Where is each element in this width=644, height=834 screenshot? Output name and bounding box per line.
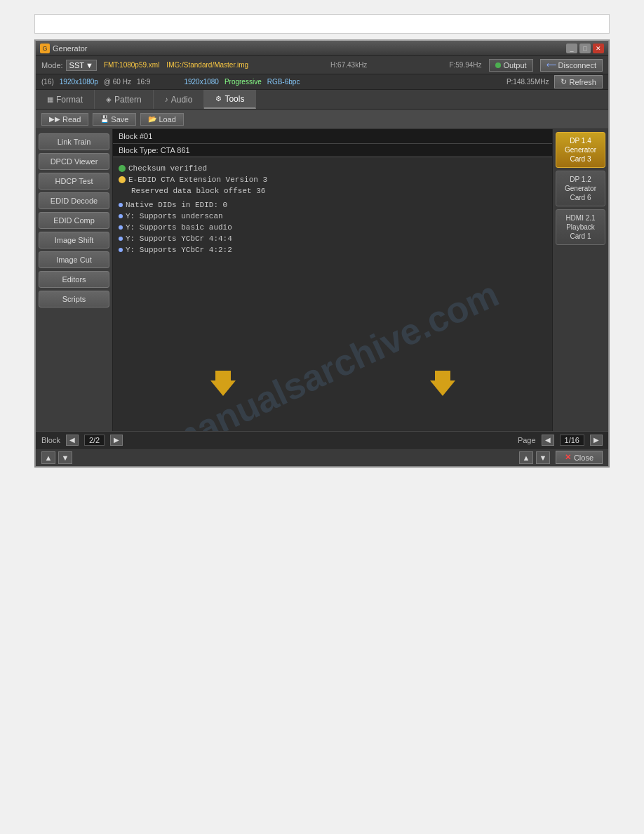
fmt-file: FMT:1080p59.xml bbox=[104, 61, 159, 69]
window-title: Generator bbox=[53, 44, 88, 53]
info-bar-1: Mode: SST ▼ FMT:1080p59.xml IMG:/Standar… bbox=[36, 56, 608, 74]
line-text-1: E-EDID CTA Extension Version 3 bbox=[128, 174, 267, 185]
page-label: Page bbox=[518, 436, 536, 444]
content-line-0: Checksum verified bbox=[119, 163, 546, 174]
res2-info: 1920x1080 bbox=[184, 78, 219, 86]
tab-audio[interactable]: ♪ Audio bbox=[154, 90, 205, 109]
page-prev-button[interactable]: ◀ bbox=[542, 435, 554, 446]
dp12-generator-card[interactable]: DP 1.2 Generator Card 6 bbox=[556, 171, 605, 206]
bottom-down-button[interactable]: ▼ bbox=[58, 451, 72, 464]
format-tab-icon: ▦ bbox=[47, 95, 53, 103]
block-prev-button[interactable]: ◀ bbox=[66, 435, 79, 446]
tab-pattern[interactable]: ◈ Pattern bbox=[95, 90, 154, 109]
app-icon: G bbox=[40, 44, 50, 53]
mode-label: Mode: bbox=[41, 61, 63, 70]
content-line-1: E-EDID CTA Extension Version 3 bbox=[119, 174, 546, 185]
load-button[interactable]: 📂 Load bbox=[140, 113, 183, 126]
right-arrow-container bbox=[430, 371, 455, 396]
image-shift-button[interactable]: Image Shift bbox=[39, 232, 109, 249]
disconnect-icon: ⟵ bbox=[546, 61, 556, 69]
hz-info: @ 60 Hz bbox=[104, 78, 131, 86]
read-icon: ▶▶ bbox=[49, 115, 60, 123]
block-next-button[interactable]: ▶ bbox=[110, 435, 123, 446]
refresh-button[interactable]: ↻ Refresh bbox=[554, 75, 603, 88]
mode-selector: Mode: SST ▼ bbox=[41, 60, 97, 71]
ratio-info: 16:9 bbox=[137, 78, 150, 86]
maximize-button[interactable]: □ bbox=[579, 44, 591, 53]
block-type-text: Block Type: CTA 861 bbox=[119, 146, 190, 154]
content-line-4: Y: Supports underscan bbox=[119, 211, 546, 222]
bottom-right-up-button[interactable]: ▲ bbox=[519, 451, 533, 464]
f-freq: F:59.94Hz bbox=[449, 61, 481, 69]
tab-format[interactable]: ▦ Format bbox=[36, 90, 95, 109]
line-text-3: Native DIDs in EDID: 0 bbox=[126, 199, 227, 211]
close-button[interactable]: ✕ Close bbox=[556, 451, 603, 464]
page-next-button[interactable]: ▶ bbox=[590, 435, 603, 446]
image-cut-button[interactable]: Image Cut bbox=[39, 251, 109, 268]
progressive-info: Progressive bbox=[224, 78, 262, 86]
left-arrow-stem bbox=[215, 371, 231, 380]
read-button[interactable]: ▶▶ Read bbox=[41, 113, 88, 126]
hdcp-test-button[interactable]: HDCP Test bbox=[39, 173, 109, 190]
main-content: Block #01 Block Type: CTA 861 Checksum v… bbox=[113, 129, 552, 431]
title-bar: G Generator _ □ ✕ bbox=[36, 41, 608, 56]
green-dot-0 bbox=[119, 165, 126, 172]
left-arrow-head bbox=[210, 380, 236, 396]
output-status-dot bbox=[495, 62, 501, 68]
content-line-6: Y: Supports YCbCr 4:4:4 bbox=[119, 233, 546, 244]
address-bar bbox=[34, 14, 610, 34]
page-wrapper: G Generator _ □ ✕ Mode: SST ▼ FMT:1080p5… bbox=[0, 0, 644, 834]
save-button[interactable]: 💾 Save bbox=[93, 113, 136, 126]
block-number: Block #01 bbox=[119, 132, 152, 140]
bottom-nav-right: ▲ ▼ bbox=[519, 451, 550, 464]
content-body: Checksum verified E-EDID CTA Extension V… bbox=[113, 157, 552, 431]
blue-dot-6 bbox=[119, 237, 123, 241]
line-text-6: Y: Supports YCbCr 4:4:4 bbox=[126, 233, 232, 244]
scripts-button[interactable]: Scripts bbox=[39, 291, 109, 307]
edid-comp-button[interactable]: EDID Comp bbox=[39, 212, 109, 229]
resolution-info: 1920x1080p bbox=[60, 78, 98, 86]
bottom-right-down-button[interactable]: ▼ bbox=[536, 451, 550, 464]
tools-tab-icon: ⚙ bbox=[215, 95, 222, 102]
refresh-icon: ↻ bbox=[561, 77, 567, 86]
bottom-up-button[interactable]: ▲ bbox=[41, 451, 55, 464]
info-bar-2: (16) 1920x1080p @ 60 Hz 16:9 1920x1080 P… bbox=[36, 74, 608, 90]
save-icon: 💾 bbox=[100, 115, 109, 123]
dpcd-viewer-button[interactable]: DPCD Viewer bbox=[39, 153, 109, 170]
left-arrow-container bbox=[210, 371, 236, 396]
output-button[interactable]: Output bbox=[489, 59, 533, 72]
dp14-generator-card[interactable]: DP 1.4 Generator Card 3 bbox=[556, 132, 605, 168]
disconnect-button[interactable]: ⟵ Disconnect bbox=[540, 59, 603, 72]
line-text-2: Reserved data block offset 36 bbox=[131, 185, 265, 197]
line-text-0: Checksum verified bbox=[128, 163, 207, 174]
minimize-button[interactable]: _ bbox=[566, 44, 577, 53]
line-text-5: Y: Supports basic audio bbox=[126, 222, 232, 233]
bottom-bar: ▲ ▼ ▲ ▼ ✕ Close bbox=[36, 448, 608, 466]
editors-button[interactable]: Editors bbox=[39, 271, 109, 288]
content-line-3: Native DIDs in EDID: 0 bbox=[119, 199, 546, 211]
edid-decode-button[interactable]: EDID Decode bbox=[39, 192, 109, 209]
mode-value[interactable]: SST ▼ bbox=[66, 60, 97, 71]
load-icon: 📂 bbox=[148, 115, 156, 123]
link-train-button[interactable]: Link Train bbox=[39, 133, 109, 150]
yellow-dot-1 bbox=[119, 176, 126, 183]
content-line-5: Y: Supports basic audio bbox=[119, 222, 546, 233]
blue-dot-7 bbox=[119, 248, 123, 252]
right-arrow-head bbox=[430, 380, 455, 396]
close-icon: ✕ bbox=[565, 453, 571, 462]
img-file: IMG:/Standard/Master.img bbox=[166, 61, 248, 69]
window-close-button[interactable]: ✕ bbox=[593, 44, 604, 53]
block-label: Block bbox=[41, 436, 60, 444]
hdmi21-playback-card[interactable]: HDMI 2.1 Playback Card 1 bbox=[556, 209, 605, 245]
left-sidebar: Link Train DPCD Viewer HDCP Test EDID De… bbox=[36, 129, 113, 431]
content-area: Link Train DPCD Viewer HDCP Test EDID De… bbox=[36, 129, 608, 431]
audio-tab-icon: ♪ bbox=[165, 95, 168, 103]
content-line-2: Reserved data block offset 36 bbox=[119, 185, 546, 197]
channel-info: (16) bbox=[41, 78, 54, 86]
tab-tools[interactable]: ⚙ Tools bbox=[204, 90, 256, 109]
pattern-tab-icon: ◈ bbox=[106, 95, 112, 103]
status-bar: Block ◀ 2/2 ▶ Page ◀ 1/16 ▶ bbox=[36, 431, 608, 448]
toolbar: ▶▶ Read 💾 Save 📂 Load bbox=[36, 110, 608, 129]
title-bar-controls: _ □ ✕ bbox=[566, 44, 604, 53]
blue-dot-3 bbox=[119, 203, 123, 207]
